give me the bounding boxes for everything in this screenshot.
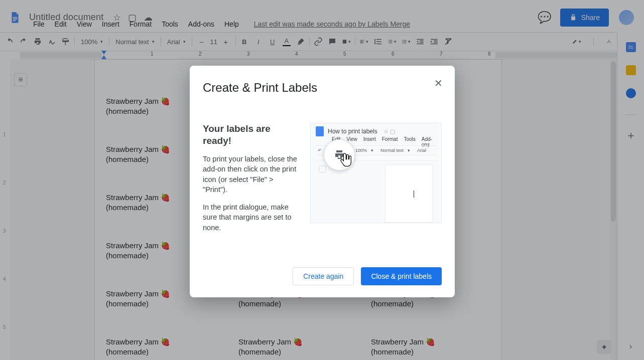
create-again-button[interactable]: Create again <box>293 267 354 285</box>
labels-dialog: ✕ Create & Print Labels Your labels are … <box>190 66 455 297</box>
pointer-hand-icon <box>339 152 354 169</box>
mini-font: Arial <box>417 148 426 153</box>
dialog-para2: In the print dialogue, make sure that ma… <box>203 202 298 233</box>
mini-zoom: 100% <box>355 148 367 153</box>
close-print-button[interactable]: Close & print labels <box>361 267 442 285</box>
dialog-close-button[interactable]: ✕ <box>432 77 445 90</box>
dialog-heading: Your labels are ready! <box>203 123 298 147</box>
mini-star-icon: ☆ ▢ <box>383 128 395 135</box>
mini-style: Normal text <box>380 148 404 153</box>
dialog-text: Your labels are ready! To print your lab… <box>203 123 298 240</box>
dialog-para1: To print your labels, close the add-on t… <box>203 154 298 195</box>
mini-docs-logo-icon <box>316 126 324 136</box>
dialog-title: Create & Print Labels <box>203 81 442 95</box>
mini-doc-title: How to print labels <box>328 128 377 135</box>
dialog-illustration: How to print labels ☆ ▢ Edit View Insert… <box>310 123 442 223</box>
